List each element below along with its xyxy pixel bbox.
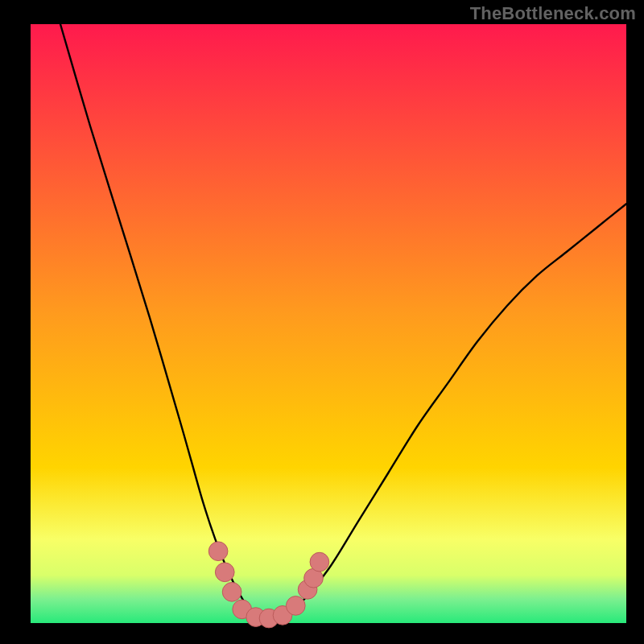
curve-marker (286, 597, 305, 616)
watermark-text: TheBottleneck.com (470, 3, 636, 24)
curve-marker (215, 563, 234, 582)
curve-marker (222, 582, 242, 601)
chart-stage: { "watermark": "TheBottleneck.com", "col… (0, 0, 644, 644)
plot-background (31, 24, 626, 623)
curve-marker (310, 552, 329, 572)
curve-marker (208, 542, 228, 561)
bottleneck-chart (0, 0, 644, 644)
